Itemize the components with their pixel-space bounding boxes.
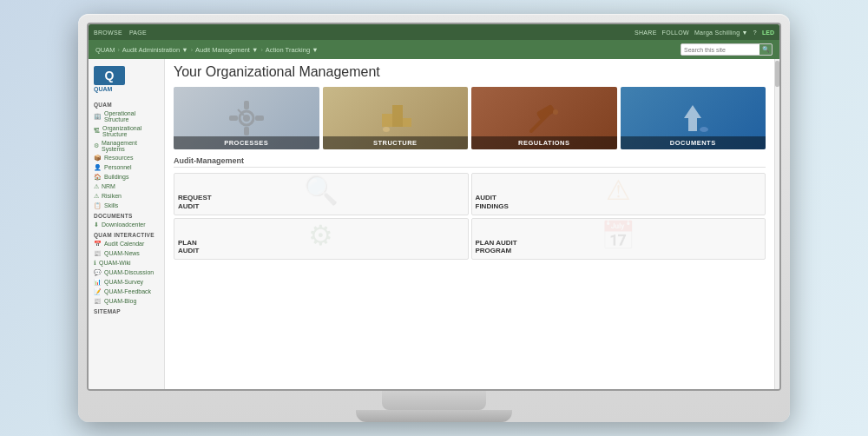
plan-audit-tile[interactable]: ⚙ PLANAUDIT: [174, 218, 469, 261]
top-bar: BROWSE PAGE SHARE FOLLOW Marga Schilling…: [89, 24, 779, 40]
sidebar-logo: Q QUAM: [89, 63, 164, 96]
documents-image: [671, 96, 714, 140]
tiles-row: PROCESSES: [174, 87, 766, 149]
scrollbar[interactable]: [774, 59, 779, 389]
feedback-icon: 📝: [94, 288, 102, 295]
page-title: Your Organizational Management: [174, 64, 766, 80]
sidebar-item-label: Audit Calendar: [104, 241, 144, 247]
scrollbar-thumb[interactable]: [775, 61, 779, 87]
crumb-audit-admin[interactable]: Audit Administration ▼: [122, 46, 188, 54]
crumb-sep-3: ›: [260, 47, 262, 53]
calendar-icon: 📅: [94, 241, 102, 248]
tile-structure-label: STRUCTURE: [323, 136, 469, 149]
structure-image: [373, 96, 417, 140]
sidebar-item-risiken[interactable]: ⚠ Risiken: [89, 191, 164, 201]
sidebar-item-label: Downloadcenter: [102, 221, 146, 228]
sidebar-item-label: Risiken: [102, 193, 122, 199]
sidebar-item-quam-discussion[interactable]: 💬 QUAM-Discussion: [89, 268, 164, 277]
logo-text: QUAM: [94, 86, 159, 92]
sidebar-item-quam-feedback[interactable]: 📝 QUAM-Feedback: [89, 287, 164, 296]
sidebar-item-resources[interactable]: 📦 Resources: [89, 153, 164, 162]
follow-link[interactable]: FOLLOW: [662, 30, 689, 36]
svg-point-1: [243, 115, 250, 122]
plan-audit-program-bg-icon: 📅: [601, 219, 635, 252]
buildings-icon: 🏠: [94, 174, 102, 181]
plan-audit-label: PLANAUDIT: [178, 239, 199, 255]
resources-icon: 📦: [94, 155, 102, 162]
sidebar: Q QUAM QUAM 🏢 Operational Structure 🏗 Or…: [89, 59, 165, 389]
svg-rect-2: [244, 101, 249, 109]
sidebar-item-label: Personnel: [104, 164, 132, 170]
sidebar-item-personnel[interactable]: 👤 Personnel: [89, 162, 164, 172]
tile-structure[interactable]: STRUCTURE: [323, 87, 469, 149]
sidebar-item-quam-survey[interactable]: 📊 QUAM-Survey: [89, 277, 164, 287]
svg-rect-4: [229, 116, 238, 121]
tile-regulations[interactable]: REGULATIONS: [471, 87, 617, 149]
sidebar-item-label: Resources: [104, 155, 133, 161]
search-box[interactable]: 🔍: [681, 43, 773, 56]
crumb-sep-2: ›: [191, 47, 193, 53]
screen: BROWSE PAGE SHARE FOLLOW Marga Schilling…: [89, 24, 779, 389]
processes-image: [225, 96, 268, 140]
monitor-base: [356, 410, 512, 422]
share-link[interactable]: SHARE: [635, 30, 657, 36]
sidebar-item-downloadcenter[interactable]: ⬇ Downloadcenter: [89, 220, 164, 229]
sidebar-item-label: NRM: [102, 183, 115, 189]
svg-rect-9: [403, 118, 411, 127]
sidebar-section-documents: DOCUMENTS: [89, 210, 164, 220]
sidebar-item-label: Buildings: [104, 174, 128, 180]
plan-audit-program-tile[interactable]: 📅 PLAN AUDITPROGRAM: [471, 218, 766, 261]
sidebar-item-nrm[interactable]: ⚠ NRM: [89, 182, 164, 191]
help-link[interactable]: ?: [753, 30, 757, 36]
tile-documents[interactable]: DOCUMENTS: [621, 87, 766, 149]
sidebar-item-skills[interactable]: 📋 Skills: [89, 201, 164, 210]
request-audit-tile[interactable]: 🔍 REQUESTAUDIT: [174, 173, 469, 215]
risiken-icon: ⚠: [94, 193, 99, 200]
led-label: LED: [762, 30, 774, 36]
sidebar-item-label: QUAM-Blog: [104, 298, 136, 304]
search-input[interactable]: [681, 44, 760, 55]
sidebar-item-management-systems[interactable]: ⚙ Management Systems: [89, 138, 164, 153]
sidebar-item-audit-calendar[interactable]: 📅 Audit Calendar: [89, 239, 164, 248]
sidebar-section-quam-interactive: QUAM INTERACTIVE: [89, 229, 164, 239]
request-audit-bg-icon: 🔍: [304, 174, 339, 207]
audit-findings-bg-icon: ⚠: [606, 174, 631, 207]
sidebar-item-label: QUAM-Wiki: [99, 260, 131, 266]
audit-findings-tile[interactable]: ⚠ AUDITFINDINGS: [471, 173, 766, 215]
sidebar-item-label: QUAM-Feedback: [104, 288, 151, 294]
sidebar-item-quam-blog[interactable]: 📰 QUAM-Blog: [89, 296, 164, 306]
logo-box: Q: [94, 66, 125, 85]
sidebar-item-label: QUAM-Discussion: [104, 269, 154, 275]
top-bar-right: SHARE FOLLOW Marga Schilling ▼ ? LED: [635, 30, 774, 36]
blog-icon: 📰: [94, 298, 102, 305]
crumb-quam[interactable]: QUAM: [95, 46, 115, 54]
discussion-icon: 💬: [94, 269, 102, 276]
page-link[interactable]: PAGE: [129, 30, 147, 36]
search-button[interactable]: 🔍: [760, 44, 772, 55]
audit-findings-label: AUDITFINDINGS: [476, 194, 509, 210]
svg-rect-8: [392, 105, 403, 127]
crumb-audit-mgmt[interactable]: Audit Management ▼: [195, 46, 258, 54]
nav-bar: QUAM › Audit Administration ▼ › Audit Ma…: [89, 40, 779, 59]
request-audit-label: REQUESTAUDIT: [178, 194, 212, 210]
sidebar-item-organizational[interactable]: 🏗 Organizational Structure: [89, 123, 164, 138]
mgmt-systems-icon: ⚙: [94, 142, 99, 149]
browse-link[interactable]: BROWSE: [94, 30, 122, 36]
user-menu[interactable]: Marga Schilling ▼: [694, 30, 748, 36]
monitor-stand: [382, 391, 486, 410]
tile-regulations-label: REGULATIONS: [471, 136, 617, 149]
crumb-action-tracking[interactable]: Action Tracking ▼: [266, 46, 319, 54]
content-area: Your Organizational Management: [165, 59, 774, 389]
sidebar-item-quam-news[interactable]: 📰 QUAM-News: [89, 248, 164, 258]
news-icon: 📰: [94, 250, 102, 257]
sidebar-item-operational[interactable]: 🏢 Operational Structure: [89, 109, 164, 123]
sidebar-item-quam-wiki[interactable]: ℹ QUAM-Wiki: [89, 258, 164, 268]
survey-icon: 📊: [94, 279, 102, 286]
tile-documents-label: DOCUMENTS: [621, 136, 766, 149]
organizational-icon: 🏗: [94, 128, 100, 134]
tile-processes[interactable]: PROCESSES: [174, 87, 319, 149]
breadcrumb: QUAM › Audit Administration ▼ › Audit Ma…: [95, 46, 319, 54]
plan-audit-bg-icon: ⚙: [308, 219, 333, 252]
personnel-icon: 👤: [94, 164, 102, 171]
sidebar-item-buildings[interactable]: 🏠 Buildings: [89, 172, 164, 182]
